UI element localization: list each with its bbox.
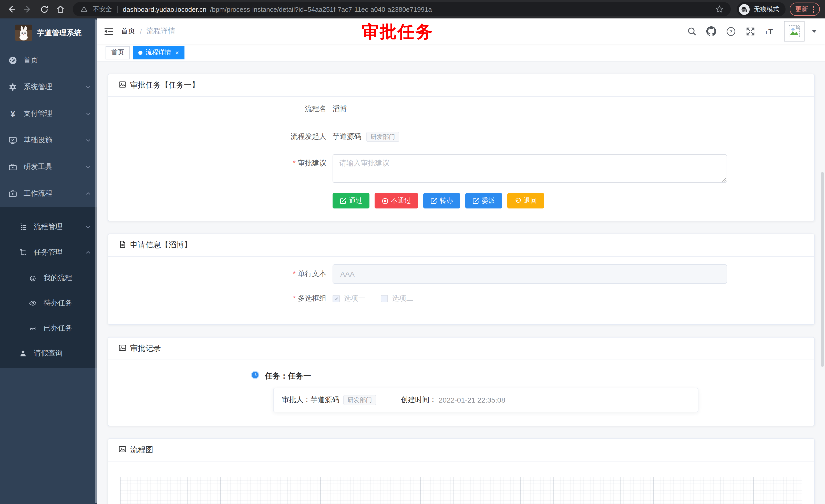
picture-icon (119, 445, 127, 455)
sidebar-item-workflow[interactable]: 工作流程 (0, 180, 97, 207)
bookmark-star-icon[interactable] (714, 4, 725, 14)
app-logo-row[interactable]: 芋道管理系统 (0, 18, 97, 47)
navbar: 首页 / 流程详情 审批任务 ? (97, 18, 825, 44)
sidebar-collapse-icon[interactable] (103, 26, 114, 36)
picture-icon (119, 344, 127, 353)
url-path: /bpm/process-instance/detail?id=54aa251f… (210, 5, 711, 13)
sidebar-item-process-mgmt[interactable]: 流程管理 (0, 214, 97, 240)
tag-close-icon[interactable]: × (175, 50, 179, 56)
gear-icon (8, 82, 17, 92)
breadcrumb-home[interactable]: 首页 (121, 27, 135, 36)
chevron-down-icon (85, 111, 91, 117)
initiator-row: 流程发起人 芋道源码 研发部门 (119, 127, 804, 147)
url-bar[interactable]: 不安全 dashboard.yudao.iocoder.cn /bpm/proc… (73, 2, 731, 16)
tag-label: 流程详情 (146, 48, 171, 57)
forward-icon[interactable] (21, 3, 34, 15)
security-label: 不安全 (93, 5, 112, 14)
yuan-icon: ¥ (8, 109, 17, 118)
github-icon[interactable] (706, 26, 717, 36)
sidebar-item-payment[interactable]: ¥ 支付管理 (0, 100, 97, 127)
timeline-task-row: 任务：任务一 (250, 370, 804, 382)
field-label-required: 多选框组 (119, 294, 332, 303)
bpmn-canvas-grid[interactable] (121, 477, 802, 504)
created-label: 创建时间： (401, 396, 437, 405)
checkbox-group-row: 多选框组 选项一 选项二 (119, 293, 804, 304)
breadcrumb-current: 流程详情 (147, 27, 175, 36)
tag-home[interactable]: 首页 (105, 46, 130, 59)
approve-button[interactable]: 通过 (332, 193, 369, 208)
checkbox-option-2: 选项二 (381, 294, 414, 303)
list-icon (18, 222, 28, 232)
initiator-value: 芋道源码 (332, 132, 361, 141)
app-logo (15, 24, 32, 41)
sidebar-item-label: 首页 (23, 56, 38, 65)
sidebar-item-task-mgmt[interactable]: 任务管理 (0, 240, 97, 265)
navbar-actions: ? TT (687, 21, 817, 41)
sidebar-item-home[interactable]: 首页 (0, 47, 97, 74)
workflow-submenu: 流程管理 任务管理 (0, 207, 97, 368)
fullscreen-icon[interactable] (745, 26, 755, 36)
card-header: 流程图 (108, 439, 814, 461)
eye-icon (28, 299, 38, 308)
toolbox-icon (8, 162, 17, 172)
sidebar-item-devtools[interactable]: 研发工具 (0, 154, 97, 180)
sidebar-item-done-tasks[interactable]: 已办任务 (0, 316, 97, 341)
update-button[interactable]: 更新 (790, 3, 820, 16)
card-title: 申请信息【滔博】 (130, 240, 192, 250)
process-diagram-card: 流程图 (107, 438, 815, 504)
reject-button[interactable]: 不通过 (375, 193, 418, 208)
browser-menu-icon[interactable] (813, 6, 814, 12)
card-title: 审批任务【任务一】 (130, 80, 199, 90)
delegate-button[interactable]: 委派 (465, 193, 502, 208)
browser-toolbar: 不安全 dashboard.yudao.iocoder.cn /bpm/proc… (0, 0, 825, 18)
chevron-down-icon (85, 224, 91, 230)
sidebar-item-system[interactable]: 系统管理 (0, 74, 97, 100)
tag-process-detail[interactable]: 流程详情 × (133, 46, 184, 59)
annotation-text: 审批任务 (362, 20, 434, 44)
briefcase-icon (8, 189, 17, 198)
back-icon[interactable] (5, 3, 17, 15)
avatar-dropdown-caret-icon[interactable] (812, 30, 817, 33)
suggest-textarea[interactable] (332, 154, 727, 183)
sidebar-item-todo-tasks[interactable]: 待办任务 (0, 290, 97, 316)
help-icon[interactable]: ? (726, 26, 736, 36)
card-header: 申请信息【滔博】 (108, 234, 814, 257)
process-name-value: 滔博 (332, 104, 347, 114)
card-header: 审批任务【任务一】 (108, 74, 814, 97)
card-title: 流程图 (130, 445, 153, 455)
sidebar-item-leave-query[interactable]: 请假查询 (0, 341, 97, 366)
incognito-icon (739, 4, 750, 15)
eye-closed-icon (28, 324, 38, 333)
transfer-button[interactable]: 转办 (423, 193, 460, 208)
person-icon (18, 349, 28, 358)
url-divider (117, 6, 118, 13)
monitor-check-icon (8, 136, 17, 145)
assignee-label: 审批人： (282, 396, 310, 405)
chevron-down-icon (85, 164, 91, 170)
dept-tag: 研发部门 (366, 132, 399, 142)
sidebar-item-infrastructure[interactable]: 基础设施 (0, 127, 97, 154)
search-icon[interactable] (687, 26, 697, 36)
svg-text:?: ? (729, 28, 732, 34)
field-label-required: 审批建议 (119, 154, 332, 168)
field-label: 流程名 (119, 104, 332, 114)
home-icon[interactable] (54, 3, 67, 15)
checkbox-unchecked-icon (381, 295, 388, 302)
sidebar-item-my-process[interactable]: 我的流程 (0, 265, 97, 290)
font-size-icon[interactable]: TT (764, 26, 775, 36)
application-info-card: 申请信息【滔博】 单行文本 多选框组 (107, 234, 815, 325)
field-label: 流程发起人 (119, 132, 332, 141)
breadcrumb: 首页 / 流程详情 (121, 27, 175, 36)
clock-icon (250, 370, 260, 382)
sidebar-item-label: 支付管理 (23, 109, 52, 118)
dashboard-icon (8, 56, 17, 65)
chevron-down-icon (85, 84, 91, 90)
sidebar-item-label: 研发工具 (23, 162, 52, 172)
reload-icon[interactable] (38, 3, 50, 15)
return-button[interactable]: 退回 (507, 193, 544, 208)
sidebar-item-label: 基础设施 (23, 136, 52, 145)
active-dot-icon (138, 51, 142, 55)
avatar[interactable] (784, 21, 805, 41)
sidebar-item-label: 任务管理 (34, 248, 63, 257)
url-domain: dashboard.yudao.iocoder.cn (123, 5, 207, 13)
